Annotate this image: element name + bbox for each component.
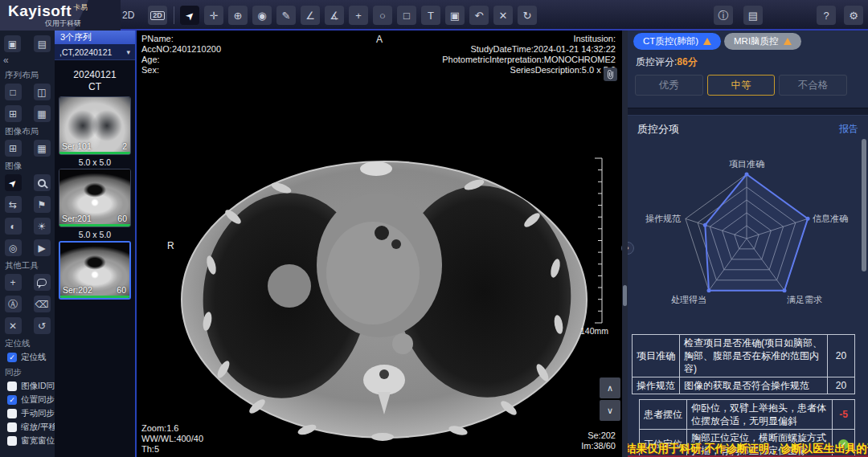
image-brightness-button[interactable]: ☀ (34, 218, 51, 235)
qc-tab-active[interactable]: CT质控(肺部) (633, 33, 721, 50)
checkbox-option[interactable]: ✓定位线 (7, 352, 55, 363)
thumbnail-loaded-bar (59, 152, 130, 154)
measure-pencil-button[interactable]: ✎ (276, 6, 296, 25)
qc-tables: 项目准确检查项目是否准确(项目如脑部、胸部、腹部是否在标准的范围内容)20操作规… (632, 334, 855, 457)
pan-icon: ✛ (210, 10, 219, 21)
point-mark-button[interactable]: + (349, 6, 368, 25)
tool-annotation-button[interactable]: Ⓐ (5, 296, 22, 312)
sidebar-groups: 序列布局□◫⊞▦图像布局⊞▦图像➤⇆⚑◐☀◎▶其他工具+Ⓐ⌫✕↺ (0, 70, 55, 334)
tool-add-button[interactable]: + (5, 274, 22, 291)
sidebar-section-title: 图像布局 (5, 126, 55, 137)
attachment-button[interactable] (604, 67, 617, 81)
chevron-up-icon: ∧ (607, 383, 613, 394)
qc-item-name: 操作规范 (633, 377, 680, 394)
grade-button[interactable]: 中等 (707, 75, 776, 96)
checkbox-option[interactable]: 图像ID同步 (7, 381, 55, 392)
save-button[interactable]: ▤ (743, 6, 763, 25)
angle-button[interactable]: ∠ (301, 6, 320, 25)
series-size-label: 5.0 x 5.0 (55, 157, 135, 167)
image-cursor-button[interactable]: ➤ (5, 174, 22, 191)
window-level-button[interactable]: ◉ (252, 6, 272, 25)
checkbox-icon[interactable] (7, 422, 17, 432)
tool-comment-button[interactable] (34, 274, 51, 291)
pan-button[interactable]: ✛ (204, 6, 223, 25)
info-button[interactable]: ⓘ (714, 6, 733, 25)
undo-button[interactable]: ↶ (469, 6, 489, 25)
layout-2d-icon: 2D (150, 11, 165, 20)
image-invert-button[interactable]: ◐ (5, 218, 22, 235)
help-button[interactable]: ? (817, 6, 836, 25)
sidebar-tool-grid: ⊞▦ (0, 140, 55, 157)
image-play-button[interactable]: ▶ (34, 239, 51, 256)
image-invert-icon: ◐ (10, 222, 15, 231)
tool-add-icon: + (10, 278, 15, 288)
zoom-in-button[interactable]: ⊕ (228, 6, 248, 25)
grade-button[interactable]: 不合格 (779, 75, 847, 96)
qc-panel-scrollbar-thumb[interactable] (862, 139, 866, 271)
series-layout-2x2-button[interactable]: ⊞ (5, 105, 22, 122)
image-flip-button[interactable]: ⇆ (5, 196, 22, 213)
reset-view-button[interactable]: ↻ (518, 6, 537, 25)
image-target-button[interactable]: ◎ (5, 239, 22, 256)
series-layout-2x2-icon: ⊞ (9, 109, 17, 119)
cobb-angle-button[interactable]: ∡ (325, 6, 344, 25)
series-thumbnail[interactable]: Ser:20160 (59, 169, 131, 227)
overlay-line: Institusion: (442, 34, 616, 44)
image-layout-2x2-button[interactable]: ⊞ (5, 140, 22, 157)
series-dropdown[interactable]: ,CT,20240121 ▾ (55, 44, 135, 60)
series-layout-1x1-button[interactable]: □ (5, 84, 22, 100)
grade-button[interactable]: 优秀 (635, 75, 703, 96)
series-layout-3x3-button[interactable]: ▦ (34, 105, 51, 122)
cine-button[interactable]: ▣ (445, 6, 465, 25)
stack-scrollbar-thumb[interactable] (623, 285, 627, 306)
qc-table-row: 项目准确检查项目是否准确(项目如脑部、胸部、腹部是否在标准的范围内容)20 (633, 335, 855, 377)
structured-report-button[interactable]: ▤ (34, 35, 51, 52)
checkbox-icon[interactable]: ✓ (7, 395, 17, 405)
checkbox-icon[interactable] (7, 382, 17, 391)
delete-annotation-button[interactable]: ✕ (493, 6, 513, 25)
layout-2d-button[interactable]: 2D (148, 6, 167, 25)
checkbox-option[interactable]: 手动同步 (7, 408, 55, 419)
image-viewport[interactable]: PName:AccNO:2401210200Age:Sex: A Institu… (137, 31, 622, 457)
checkbox-icon[interactable]: ✓ (7, 353, 17, 362)
stack-scroll-up-button[interactable]: ∧ (600, 377, 620, 398)
image-layout-3x3-button[interactable]: ▦ (34, 140, 51, 157)
thumbnail-image-count: 2 (122, 141, 127, 151)
checkbox-label: 定位线 (21, 352, 47, 363)
series-layout-1x2-button[interactable]: ◫ (34, 84, 51, 100)
tool-eraser-button[interactable]: ⌫ (34, 296, 51, 312)
overlay-line: Se:202 (581, 430, 616, 441)
series-thumbnail[interactable]: Ser:1012 (59, 96, 131, 155)
stack-scrollbar[interactable] (622, 31, 628, 457)
series-browser-button[interactable]: ▣ (4, 35, 21, 52)
text-annotation-icon: T (428, 10, 434, 21)
text-annotation-button[interactable]: T (421, 6, 440, 25)
image-flag-icon: ⚑ (38, 200, 47, 210)
tool-delete-button[interactable]: ✕ (5, 317, 22, 334)
tool-reset-button[interactable]: ↺ (34, 317, 51, 334)
image-flag-button[interactable]: ⚑ (34, 196, 51, 213)
checkbox-label: 位置同步 (21, 394, 55, 406)
checkbox-icon[interactable] (7, 436, 17, 446)
series-group-header[interactable]: 20240121 CT (55, 60, 135, 92)
rect-roi-button[interactable]: □ (397, 6, 416, 25)
toolbar-separator (174, 6, 174, 24)
overlay-line: AccNO:2401210200 (141, 44, 221, 55)
help-icon: ? (823, 10, 829, 21)
settings-button[interactable]: ⚙ (844, 6, 863, 25)
cursor-button[interactable]: ➤ (180, 6, 199, 25)
checkbox-icon[interactable] (7, 409, 17, 418)
series-thumbnail[interactable]: Ser:20260 (59, 241, 131, 300)
qc-tab-inactive[interactable]: MRI脑质控 (724, 33, 801, 50)
ellipse-roi-button[interactable]: ○ (373, 6, 392, 25)
series-thumbnails: Ser:10125.0 x 5.0Ser:201605.0 x 5.0Ser:2… (55, 96, 135, 300)
checkbox-option[interactable]: 窗宽窗位 (7, 435, 55, 447)
checkbox-option[interactable]: ✓位置同步 (7, 394, 55, 406)
cobb-angle-icon: ∡ (330, 10, 339, 21)
overlay-line: SeriesDescription:5.0 x 5.0 (442, 65, 616, 75)
checkbox-option[interactable]: 缩放/平移 (7, 422, 55, 433)
stack-scroll-down-button[interactable]: ∨ (600, 400, 620, 421)
qc-item-name: 项目准确 (633, 335, 680, 377)
image-magnify-button[interactable] (34, 174, 51, 191)
sidebar-collapse-button[interactable]: « (3, 55, 55, 66)
